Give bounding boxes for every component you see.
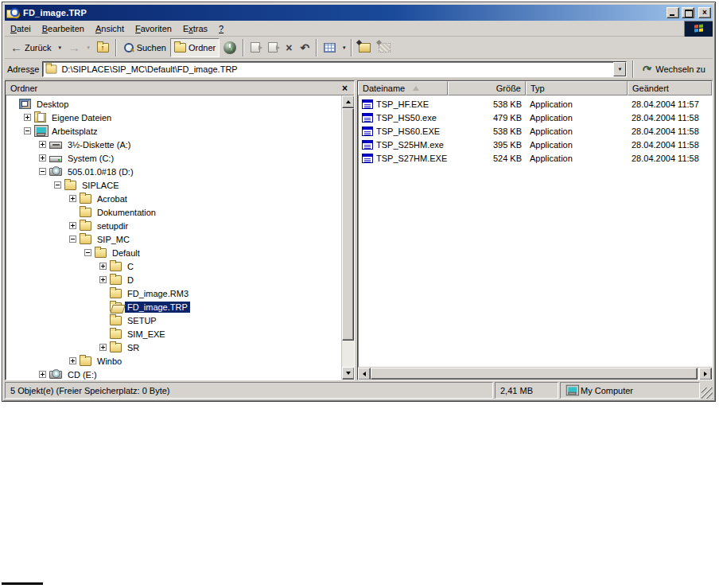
scroll-thumb[interactable] (342, 108, 354, 341)
tree-item[interactable]: Arbeitsplatz (6, 124, 341, 138)
tree-item-label[interactable]: Eigene Dateien (49, 112, 114, 123)
forward-dropdown[interactable]: ▼ (84, 38, 93, 57)
tree-item-label[interactable]: Desktop (34, 99, 71, 110)
tree-item-label[interactable]: D (125, 275, 136, 286)
up-button[interactable]: ↑ (93, 38, 113, 57)
title-bar[interactable]: FD_image.TRP × (5, 5, 713, 21)
tree-item[interactable]: Default (6, 246, 341, 259)
tree-expander[interactable] (24, 127, 31, 134)
back-dropdown[interactable]: ▼ (56, 38, 64, 57)
menu-item[interactable]: ? (213, 22, 229, 35)
tree-expander[interactable] (69, 236, 76, 243)
tree-item[interactable]: Acrobat (6, 192, 341, 205)
tree-expander[interactable] (84, 249, 91, 256)
tree-expander[interactable] (99, 263, 107, 270)
tree-item[interactable]: setupdir (6, 219, 341, 232)
maximize-button[interactable] (682, 7, 694, 18)
custom-tool-button-2[interactable] (375, 38, 394, 57)
copy-to-button[interactable] (264, 38, 282, 57)
back-button[interactable]: ← Zurück (6, 38, 56, 57)
menu-item[interactable]: Bearbeiten (37, 22, 90, 35)
file-row[interactable]: TSP_HS60.EXE 538 KB Application 28.04.20… (358, 124, 712, 138)
tree-item-label[interactable]: 505.01.0#18 (D:) (65, 166, 136, 177)
tree-expander[interactable] (69, 195, 76, 202)
menu-item[interactable]: Ansicht (90, 22, 130, 35)
close-button[interactable]: × (698, 7, 711, 18)
tree-vertical-scrollbar[interactable] (341, 95, 354, 380)
tree-item-label[interactable]: Default (110, 247, 142, 259)
file-row[interactable]: TSP_S25HM.exe 395 KB Application 28.04.2… (358, 138, 712, 151)
scroll-down-button[interactable] (342, 367, 354, 380)
tree-expander[interactable] (39, 371, 46, 378)
tree-item[interactable]: SIPLACE (6, 178, 341, 192)
tree-item-label[interactable]: setupdir (95, 220, 130, 232)
views-dropdown[interactable]: ▼ (340, 38, 348, 57)
tree-item[interactable]: Eigene Dateien (6, 111, 341, 124)
tree-expander[interactable] (69, 357, 76, 364)
menu-item[interactable]: Extras (177, 22, 213, 35)
minimize-button[interactable] (667, 7, 679, 18)
tree-item-label[interactable]: System (C:) (65, 153, 116, 164)
custom-tool-button-1[interactable] (355, 38, 375, 57)
folders-button[interactable]: Ordner (170, 38, 220, 57)
address-dropdown[interactable]: ▼ (613, 62, 626, 76)
tree-expander[interactable] (24, 114, 31, 121)
tree-expander[interactable] (99, 276, 107, 283)
tree-item[interactable]: 3½-Diskette (A:) (6, 138, 341, 151)
tree-item[interactable]: C (6, 259, 341, 273)
tree-item-label[interactable]: CD (E:) (65, 369, 99, 380)
tree-item-label[interactable]: FD_image.RM3 (125, 288, 191, 299)
tree-item-label[interactable]: FD_image.TRP (125, 302, 190, 313)
address-input[interactable]: D:\SIPLACE\SIP_MC\Default\FD_image.TRP ▼ (42, 61, 627, 77)
menu-item[interactable]: Favoriten (130, 22, 177, 35)
tree-item[interactable]: SIM_EXE (6, 327, 341, 341)
file-row[interactable]: TSP_HF.EXE 538 KB Application 28.04.2004… (358, 97, 712, 111)
views-button[interactable] (320, 38, 340, 57)
move-to-button[interactable] (247, 38, 264, 57)
file-name[interactable]: TSP_S27HM.EXE (376, 154, 447, 163)
file-name[interactable]: TSP_S25HM.exe (376, 140, 444, 150)
file-row[interactable]: TSP_HS50.exe 479 KB Application 28.04.20… (358, 111, 712, 124)
tree-item-label[interactable]: SIM_EXE (125, 329, 168, 340)
tree-expander[interactable] (39, 154, 46, 162)
column-header-name[interactable]: Dateiname (358, 81, 448, 95)
list-horizontal-scrollbar[interactable] (358, 367, 712, 380)
file-row[interactable]: TSP_S27HM.EXE 524 KB Application 28.04.2… (358, 151, 712, 165)
tree-item[interactable]: SIP_MC (6, 232, 341, 246)
tree-item-label[interactable]: Arbeitsplatz (49, 126, 99, 137)
column-header-size[interactable]: Größe (448, 81, 526, 95)
tree-item[interactable]: FD_image.RM3 (6, 286, 341, 300)
file-name[interactable]: TSP_HF.EXE (376, 99, 429, 109)
tree-item[interactable]: SR (6, 341, 341, 354)
tree-item[interactable]: Winbo (6, 354, 341, 368)
tree-item-label[interactable]: C (125, 261, 136, 272)
tree-item-label[interactable]: Dokumentation (95, 207, 158, 218)
delete-button[interactable]: × (282, 38, 296, 57)
tree-item[interactable]: CD (E:) (6, 368, 341, 380)
scroll-thumb[interactable] (371, 368, 698, 380)
resize-grip[interactable] (702, 387, 713, 399)
file-name[interactable]: TSP_HS60.EXE (376, 127, 440, 136)
tree-item-label[interactable]: SIP_MC (95, 234, 132, 245)
tree-expander[interactable] (69, 222, 76, 229)
tree-item-label[interactable]: SR (125, 342, 142, 353)
address-path[interactable]: D:\SIPLACE\SIP_MC\Default\FD_image.TRP (57, 64, 613, 74)
tree-expander[interactable] (99, 344, 107, 351)
tree-item-label[interactable]: Winbo (95, 356, 124, 367)
scroll-up-button[interactable] (342, 95, 354, 108)
history-button[interactable] (220, 38, 240, 57)
column-header-modified[interactable]: Geändert (628, 81, 712, 95)
close-panel-icon[interactable]: × (340, 84, 349, 93)
scroll-right-button[interactable] (699, 368, 712, 380)
tree-item[interactable]: Dokumentation (6, 205, 341, 219)
tree-item-label[interactable]: Acrobat (95, 193, 130, 204)
tree-item[interactable]: SETUP (6, 313, 341, 327)
tree-item[interactable]: Desktop (6, 97, 341, 111)
undo-button[interactable]: ↶ (296, 38, 313, 57)
tree-item-label[interactable]: SIPLACE (80, 180, 121, 191)
tree-item[interactable]: FD_image.TRP (6, 300, 341, 313)
column-header-type[interactable]: Typ (526, 81, 628, 95)
tree-expander[interactable] (54, 181, 61, 189)
tree-expander[interactable] (39, 141, 46, 148)
tree-item-label[interactable]: SETUP (125, 315, 159, 326)
